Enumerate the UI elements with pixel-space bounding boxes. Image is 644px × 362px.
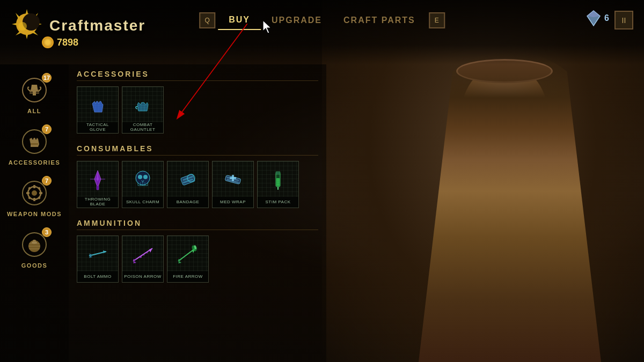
item-ammo2-icon — [130, 241, 156, 267]
accessories-title: ACCESSORIES — [77, 70, 318, 81]
item-con1-icon — [85, 166, 111, 192]
currency-amount: 7898 — [57, 37, 78, 48]
item-con5-name-bar: STIM PACK — [258, 197, 298, 208]
tab-navigation: Q BUY UPGRADE CRAFT PARTS E — [199, 11, 445, 30]
consumables-title: CONSUMABLES — [77, 144, 318, 156]
item-ammo2[interactable]: POISON ARROW — [122, 235, 164, 283]
item-ammo3-inner — [167, 236, 208, 271]
item-ammo3-name: FIRE ARROW — [173, 275, 203, 279]
tab-right-key: E — [435, 17, 439, 24]
svg-rect-22 — [33, 198, 35, 201]
svg-rect-14 — [30, 90, 39, 91]
item-con5-icon — [265, 166, 291, 192]
tab-buy[interactable]: BUY — [218, 11, 261, 30]
svg-rect-24 — [39, 192, 42, 194]
item-ammo3-name-bar: FIRE ARROW — [167, 271, 208, 282]
item-ammo3-icon — [175, 241, 201, 267]
item-con3-inner — [167, 161, 208, 197]
item-con1[interactable]: THROWING BLADE — [77, 161, 119, 208]
svg-point-76 — [147, 252, 148, 254]
tab-craft-parts[interactable]: CRAFT PARTS — [333, 11, 426, 29]
svg-rect-47 — [97, 186, 99, 190]
svg-point-74 — [140, 256, 142, 258]
logo-container: Craftmaster — [11, 8, 145, 40]
item-ammo1-name: BOLT AMMO — [84, 275, 111, 279]
item-con2-inner — [122, 161, 163, 197]
item-ammo1[interactable]: BOLT AMMO — [77, 235, 119, 283]
diamond-icon — [585, 10, 602, 27]
item-acc1-name: TACTICAL GLOVE — [79, 123, 116, 132]
item-con2[interactable]: SKULL CHARM — [122, 161, 164, 208]
item-ammo1-name-bar: BOLT AMMO — [77, 271, 118, 282]
item-ammo1-inner — [77, 236, 118, 271]
sidebar-goods-badge: 3 — [42, 227, 52, 237]
item-con5[interactable]: STIM PACK — [257, 161, 299, 208]
accessories-section: ACCESSORIES — [77, 70, 318, 134]
item-con4-name: MED WRAP — [220, 200, 246, 205]
tab-icon-right[interactable]: E — [429, 12, 445, 28]
accessories-grid: TACTICAL GLOVE — [77, 86, 318, 134]
svg-rect-64 — [276, 178, 280, 186]
ui-overlay: Craftmaster 7898 Q BUY UPGRADE CRAFT PAR… — [0, 0, 644, 362]
item-con1-inner — [77, 161, 118, 197]
item-acc1-name-bar: TACTICAL GLOVE — [77, 122, 118, 133]
tab-upgrade-label: UPGRADE — [272, 16, 322, 25]
sidebar-item-weapon-mods[interactable]: 7 WEAPON MODS — [0, 173, 69, 221]
currency-display: 7898 — [42, 36, 78, 48]
consumables-grid: THROWING BLADE — [77, 161, 318, 208]
sidebar-accessories-badge: 7 — [42, 124, 52, 134]
sidebar: 17 ALL 7 ACCESSORIES — [0, 64, 69, 362]
item-con3-name-bar: BANDAGE — [167, 197, 208, 208]
tab-buy-label: BUY — [229, 15, 250, 24]
premium-currency: 6 — [585, 10, 609, 27]
item-acc2-name: COMBAT GAUNTLET — [124, 123, 162, 132]
sidebar-goods-label: GOODS — [21, 262, 47, 269]
tab-craft-parts-label: CRAFT PARTS — [343, 16, 415, 25]
svg-marker-73 — [149, 248, 152, 253]
svg-point-49 — [138, 175, 142, 179]
item-con1-name-bar: THROWING BLADE — [77, 197, 118, 208]
item-ammo3[interactable]: FIRE ARROW — [167, 235, 209, 283]
tab-left-key: Q — [205, 17, 210, 24]
item-acc2[interactable]: COMBAT GAUNTLET — [122, 86, 164, 134]
item-con4-icon — [220, 166, 246, 192]
item-ammo2-name: POISON ARROW — [124, 275, 162, 279]
ammunition-title: AMMUNITION — [77, 219, 318, 230]
item-ammo2-inner — [122, 236, 163, 271]
header: Craftmaster 7898 Q BUY UPGRADE CRAFT PAR… — [0, 0, 644, 64]
tab-upgrade[interactable]: UPGRADE — [261, 11, 333, 29]
tab-icon-left[interactable]: Q — [199, 12, 215, 28]
sidebar-icon-accessories-wrapper: 7 — [18, 125, 50, 158]
help-label: II — [622, 16, 626, 25]
shop-title: Craftmaster — [49, 17, 145, 34]
item-acc1-icon — [85, 92, 111, 117]
sidebar-item-goods[interactable]: 3 GOODS — [0, 224, 69, 273]
item-acc2-name-bar: COMBAT GAUNTLET — [122, 122, 163, 133]
svg-rect-66 — [276, 172, 280, 174]
item-con2-icon — [130, 166, 156, 192]
sidebar-weapon-mods-label: WEAPON MODS — [7, 211, 62, 217]
svg-rect-23 — [26, 192, 30, 194]
svg-point-20 — [32, 190, 37, 196]
sidebar-item-accessories[interactable]: 7 ACCESSORIES — [0, 121, 69, 170]
svg-rect-17 — [31, 143, 38, 145]
help-button[interactable]: II — [614, 11, 633, 29]
item-con5-name: STIM PACK — [265, 200, 290, 205]
sidebar-accessories-label: ACCESSORIES — [9, 159, 61, 166]
item-ammo1-icon — [85, 241, 111, 267]
item-con4[interactable]: MED WRAP — [212, 161, 254, 208]
currency-icon — [42, 36, 54, 48]
premium-amount: 6 — [604, 13, 609, 23]
ammunition-grid: BOLT AMMO — [77, 235, 318, 283]
item-con5-inner — [258, 161, 298, 197]
svg-rect-15 — [30, 92, 39, 94]
item-acc1-inner — [77, 87, 118, 122]
svg-point-50 — [143, 175, 148, 179]
item-con3[interactable]: BANDAGE — [167, 161, 209, 208]
item-con2-name: SKULL CHARM — [126, 200, 159, 205]
item-acc2-inner — [122, 87, 163, 122]
item-con2-name-bar: SKULL CHARM — [122, 197, 163, 208]
sidebar-item-all[interactable]: 17 ALL — [0, 70, 69, 119]
item-acc1[interactable]: TACTICAL GLOVE — [77, 86, 119, 134]
consumables-section: CONSUMABLES — [77, 144, 318, 208]
